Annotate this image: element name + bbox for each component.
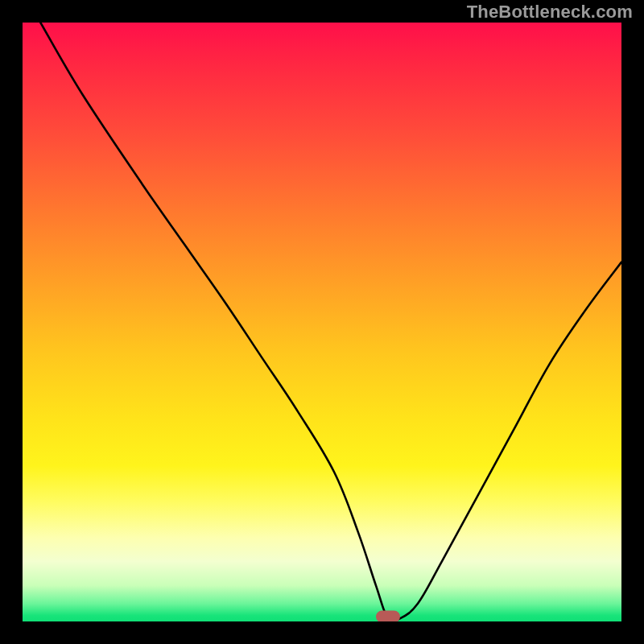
plot-area [23,23,621,621]
optimal-point-marker [376,611,400,621]
chart-frame: TheBottleneck.com [0,0,644,644]
bottleneck-curve [23,23,621,621]
watermark-text: TheBottleneck.com [467,2,633,23]
